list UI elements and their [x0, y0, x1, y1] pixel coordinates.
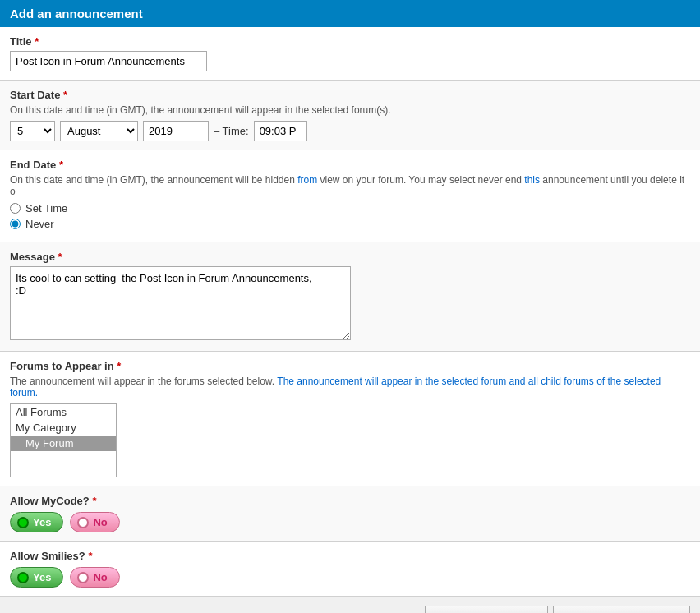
time-separator: – Time:: [214, 125, 249, 137]
set-time-label: Set Time: [25, 202, 67, 214]
time-input[interactable]: [254, 121, 307, 141]
message-section: Message * Its cool to can setting the Po…: [0, 242, 700, 352]
smilies-yes-dot: [17, 572, 29, 583]
forums-label: Forums to Appear in *: [10, 360, 690, 372]
end-date-label: End Date *: [10, 159, 690, 171]
page-title: Add an announcement: [10, 7, 143, 21]
message-textarea[interactable]: Its cool to can setting the Post Icon in…: [10, 266, 351, 340]
start-date-label: Start Date *: [10, 89, 690, 101]
day-select[interactable]: 5: [10, 121, 55, 141]
allow-smilies-label: Allow Smilies? *: [10, 550, 690, 562]
forums-hint: The announcement will appear in the foru…: [10, 376, 690, 399]
mycode-yes-dot: [17, 517, 29, 528]
never-label: Never: [25, 218, 54, 230]
forum-item-all[interactable]: All Forums: [11, 404, 116, 420]
allow-mycode-section: Allow MyCode? * Yes No: [0, 486, 700, 542]
never-radio[interactable]: [10, 219, 21, 229]
allow-smilies-section: Allow Smilies? * Yes No: [0, 542, 700, 597]
mycode-no-dot: [77, 517, 89, 528]
smilies-no-button[interactable]: No: [70, 567, 119, 588]
mycode-toggle-group: Yes No: [10, 512, 690, 532]
smilies-toggle-group: Yes No: [10, 567, 690, 588]
set-time-radio[interactable]: [10, 203, 21, 214]
start-date-hint: On this date and time (in GMT), the anno…: [10, 104, 690, 116]
title-label: Title *: [10, 35, 690, 48]
start-date-section: Start Date * On this date and time (in G…: [0, 81, 700, 150]
title-input[interactable]: [10, 51, 207, 71]
save-announcement-button[interactable]: Save Announcement: [425, 606, 548, 613]
forums-section: Forums to Appear in * The announcement w…: [0, 352, 700, 486]
allow-mycode-label: Allow MyCode? *: [10, 495, 690, 507]
mycode-no-button[interactable]: No: [70, 512, 119, 532]
footer-bar: Save Announcement Preview Announcement: [0, 597, 700, 613]
smilies-yes-button[interactable]: Yes: [10, 567, 63, 588]
end-date-section: End Date * On this date and time (in GMT…: [0, 150, 700, 242]
page-wrapper: Add an announcement Title * Start Date *…: [0, 0, 700, 613]
start-date-row: 5 August – Time:: [10, 121, 690, 141]
preview-announcement-button[interactable]: Preview Announcement: [553, 606, 690, 613]
message-label: Message *: [10, 251, 690, 263]
never-radio-row: Never: [10, 218, 690, 230]
page-header: Add an announcement: [0, 0, 700, 27]
forum-item-forum[interactable]: My Forum: [11, 436, 116, 451]
year-input[interactable]: [143, 121, 209, 141]
forums-list[interactable]: All Forums My Category My Forum: [10, 403, 117, 477]
mycode-yes-button[interactable]: Yes: [10, 512, 63, 532]
month-select[interactable]: August: [60, 121, 138, 141]
set-time-radio-row: Set Time: [10, 202, 690, 214]
forum-item-category[interactable]: My Category: [11, 420, 116, 436]
smilies-no-dot: [77, 572, 89, 583]
end-date-hint: On this date and time (in GMT), the anno…: [10, 174, 690, 197]
title-section: Title *: [0, 27, 700, 81]
